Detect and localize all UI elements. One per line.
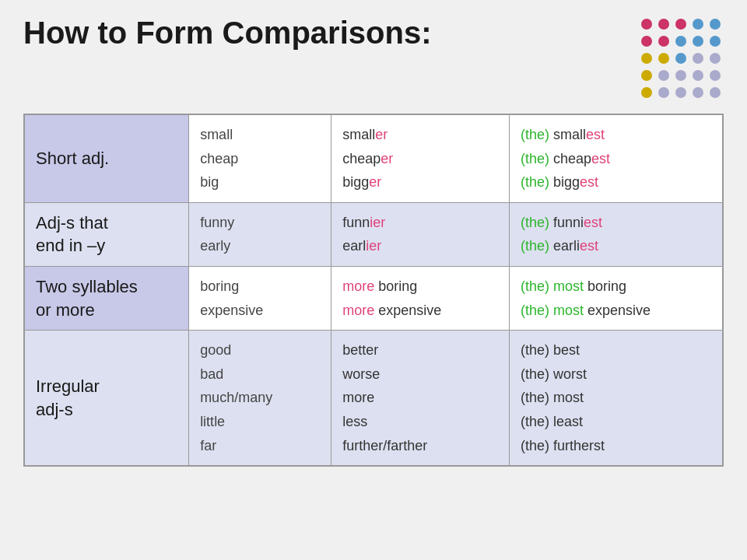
- comparative-word: cheaper: [342, 147, 498, 171]
- superlative-cell: (the) most boring(the) most expensive: [509, 266, 723, 330]
- table-row: Two syllablesor moreboringexpensivemore …: [24, 266, 723, 330]
- base-cell: smallcheapbig: [189, 114, 331, 202]
- comparative-word: earlier: [342, 234, 498, 258]
- decoration-dot: [658, 53, 669, 64]
- decoration-dot: [675, 36, 686, 47]
- comparative-word: better: [342, 338, 498, 362]
- base-word: funny: [200, 211, 320, 235]
- base-word: far: [200, 434, 320, 458]
- comparative-word: smaller: [342, 123, 498, 147]
- superlative-word: (the) cheapest: [521, 147, 711, 171]
- decoration-dot: [693, 19, 703, 30]
- superlative-word: (the) funniest: [521, 211, 711, 235]
- decoration-dot: [693, 70, 703, 81]
- superlative-word: (the) earliest: [521, 234, 711, 258]
- comparative-word: bigger: [342, 170, 498, 194]
- comparative-word: more expensive: [342, 299, 498, 323]
- category-cell: Two syllablesor more: [24, 266, 189, 330]
- decoration-dot: [675, 70, 686, 81]
- base-word: expensive: [200, 299, 320, 323]
- comparative-word: further/farther: [342, 434, 498, 458]
- decoration-dot: [641, 87, 652, 98]
- superlative-cell: (the) smallest(the) cheapest(the) bigges…: [509, 114, 723, 202]
- table-row: Adj-s thatend in –yfunnyearlyfunnierearl…: [24, 202, 723, 266]
- page: { "title": "How to Form Comparisons:", "…: [0, 0, 747, 560]
- superlative-word: (the) least: [521, 410, 711, 434]
- comparative-cell: funnierearlier: [331, 202, 510, 266]
- decoration-dot: [675, 19, 686, 30]
- base-cell: goodbadmuch/manylittlefar: [189, 331, 331, 466]
- superlative-word: (the) most boring: [521, 275, 711, 299]
- decoration-dot: [641, 70, 652, 81]
- comparative-cell: betterworsemorelessfurther/farther: [331, 331, 510, 466]
- base-word: boring: [200, 275, 320, 299]
- table-row: Irregularadj-sgoodbadmuch/manylittlefarb…: [24, 331, 723, 466]
- comparative-word: more: [342, 386, 498, 410]
- header: How to Form Comparisons:: [23, 16, 724, 101]
- dots-decoration: [641, 19, 724, 101]
- decoration-dot: [710, 87, 721, 98]
- base-word: much/many: [200, 386, 320, 410]
- superlative-cell: (the) funniest(the) earliest: [509, 202, 723, 266]
- decoration-dot: [641, 19, 652, 30]
- decoration-dot: [658, 19, 669, 30]
- decoration-dot: [658, 87, 669, 98]
- comparative-word: worse: [342, 362, 498, 387]
- decoration-dot: [675, 53, 686, 64]
- decoration-dot: [710, 70, 721, 81]
- decoration-dot: [658, 70, 669, 81]
- base-word: small: [200, 123, 320, 147]
- decoration-dot: [641, 36, 652, 47]
- comparative-word: less: [342, 410, 498, 434]
- superlative-word: (the) worst: [521, 362, 711, 387]
- decoration-dot: [710, 36, 721, 47]
- comparisons-table: Short adj.smallcheapbigsmallercheaperbig…: [23, 114, 724, 467]
- base-word: cheap: [200, 147, 320, 171]
- decoration-dot: [693, 53, 703, 64]
- decoration-dot: [693, 36, 703, 47]
- base-word: bad: [200, 362, 320, 387]
- decoration-dot: [710, 53, 721, 64]
- decoration-dot: [710, 19, 721, 30]
- base-word: good: [200, 338, 320, 362]
- base-cell: boringexpensive: [189, 266, 331, 330]
- comparative-cell: smallercheaperbigger: [331, 114, 510, 202]
- superlative-word: (the) smallest: [521, 123, 711, 147]
- base-cell: funnyearly: [189, 202, 331, 266]
- table-row: Short adj.smallcheapbigsmallercheaperbig…: [24, 114, 723, 202]
- category-cell: Short adj.: [24, 114, 189, 202]
- comparative-cell: more boringmore expensive: [331, 266, 510, 330]
- superlative-cell: (the) best(the) worst(the) most(the) lea…: [509, 331, 723, 466]
- superlative-word: (the) biggest: [521, 170, 711, 194]
- superlative-word: (the) most expensive: [521, 299, 711, 323]
- superlative-word: (the) best: [521, 338, 711, 362]
- category-cell: Irregularadj-s: [24, 331, 189, 466]
- decoration-dot: [658, 36, 669, 47]
- superlative-word: (the) most: [521, 386, 711, 410]
- comparative-word: more boring: [342, 275, 498, 299]
- base-word: big: [200, 170, 320, 194]
- base-word: little: [200, 410, 320, 434]
- page-title: How to Form Comparisons:: [23, 16, 431, 50]
- comparative-word: funnier: [342, 211, 498, 235]
- category-cell: Adj-s thatend in –y: [24, 202, 189, 266]
- superlative-word: (the) furtherst: [521, 434, 711, 458]
- decoration-dot: [693, 87, 703, 98]
- decoration-dot: [641, 53, 652, 64]
- decoration-dot: [675, 87, 686, 98]
- base-word: early: [200, 234, 320, 258]
